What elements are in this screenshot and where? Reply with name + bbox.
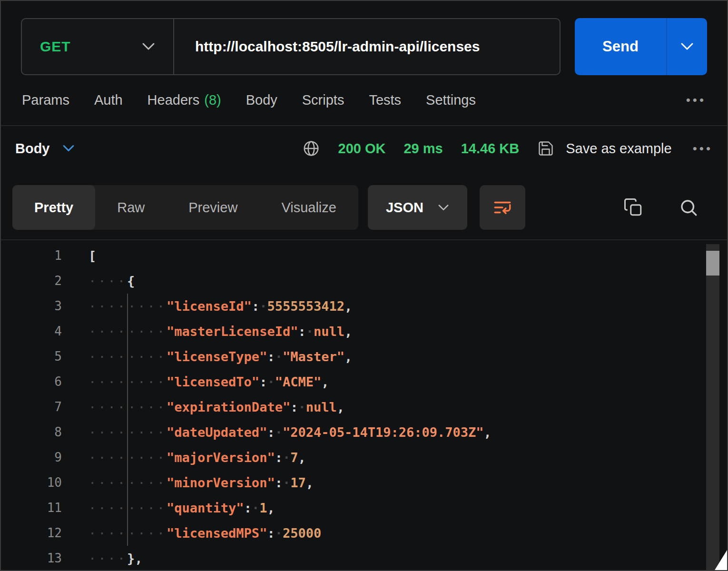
- code-line: 5········"licenseType":·"Master",: [1, 344, 727, 369]
- line-number: 5: [1, 344, 89, 369]
- line-number: 13: [1, 546, 89, 571]
- code-text: ········"licenseId":·5555553412,: [89, 294, 352, 319]
- indent-guide: ····"licenseType":·"Master",: [127, 344, 352, 369]
- tab-preview[interactable]: Preview: [167, 185, 259, 230]
- line-number: 7: [1, 394, 89, 420]
- tab-settings-label: Settings: [426, 92, 476, 108]
- text-wrap-button[interactable]: [480, 185, 525, 230]
- tab-pretty-label: Pretty: [34, 200, 73, 216]
- globe-icon[interactable]: [302, 139, 320, 158]
- tab-headers[interactable]: Headers(8): [148, 92, 221, 108]
- tab-visualize[interactable]: Visualize: [259, 185, 358, 230]
- headers-count-badge: (8): [204, 92, 221, 108]
- code-line: 9········"majorVersion":·7,: [1, 445, 727, 470]
- tab-visualize-label: Visualize: [281, 200, 336, 216]
- save-as-example-label: Save as example: [566, 141, 671, 157]
- line-number: 11: [1, 495, 89, 521]
- chevron-down-icon: [142, 42, 155, 51]
- code-line: 6········"licensedTo":·"ACME",: [1, 369, 727, 394]
- tab-settings[interactable]: Settings: [426, 92, 476, 108]
- response-stats: 200 OK 29 ms 14.46 KB Save as example ••…: [302, 139, 713, 158]
- send-options-button[interactable]: [666, 18, 707, 75]
- more-options-icon[interactable]: •••: [693, 141, 713, 156]
- chevron-down-icon: [680, 42, 694, 51]
- search-icon[interactable]: [679, 197, 698, 217]
- send-button-group: Send: [575, 18, 707, 75]
- code-line: 3········"licenseId":·5555553412,: [1, 294, 727, 319]
- api-client-window: GET Send Params Auth Headers(8) Body Scr…: [0, 0, 728, 571]
- scrollbar-thumb[interactable]: [706, 251, 719, 276]
- code-text: ········"licensedMPS":·25000: [89, 521, 321, 546]
- code-text: ········"expirationDate":·null,: [89, 394, 344, 420]
- line-number: 2: [1, 268, 89, 294]
- line-number: 1: [1, 243, 89, 268]
- tab-scripts[interactable]: Scripts: [302, 92, 344, 108]
- more-options-icon[interactable]: •••: [686, 93, 706, 108]
- tab-headers-label: Headers: [148, 92, 200, 108]
- code-line: 10········"minorVersion":·17,: [1, 470, 727, 495]
- method-label: GET: [40, 39, 71, 55]
- code-text: ········"majorVersion":·7,: [89, 445, 306, 470]
- tab-auth[interactable]: Auth: [94, 92, 123, 108]
- code-text: ········"minorVersion":·17,: [89, 470, 314, 495]
- request-bar: GET Send: [1, 1, 727, 75]
- format-select[interactable]: JSON: [368, 185, 467, 230]
- tab-scripts-label: Scripts: [302, 92, 344, 108]
- tab-tests-label: Tests: [369, 92, 401, 108]
- indent-guide: ····"expirationDate":·null,: [127, 394, 344, 420]
- code-line: 8········"dateUpdated":·"2024-05-14T19:2…: [1, 420, 727, 445]
- line-number: 9: [1, 445, 89, 470]
- url-input[interactable]: [174, 19, 560, 74]
- copy-icon[interactable]: [623, 197, 643, 217]
- save-as-example-button[interactable]: Save as example: [537, 140, 671, 157]
- indent-guide: ····"licensedTo":·"ACME",: [127, 369, 329, 394]
- indent-guide: ····"dateUpdated":·"2024-05-14T19:26:09.…: [127, 420, 492, 445]
- code-text: ········"masterLicenseId":·null,: [89, 319, 352, 344]
- response-section-label: Body: [15, 141, 50, 157]
- line-number: 6: [1, 369, 89, 394]
- code-block[interactable]: 1[2····{3········"licenseId":·5555553412…: [1, 243, 727, 571]
- indent-guide: ····"licensedMPS":·25000: [127, 521, 321, 546]
- tab-params[interactable]: Params: [22, 92, 69, 108]
- code-text: ········"dateUpdated":·"2024-05-14T19:26…: [89, 420, 492, 445]
- text-wrap-icon: [491, 197, 514, 217]
- chevron-down-icon: [62, 145, 75, 152]
- response-time[interactable]: 29 ms: [403, 141, 443, 157]
- status-badge[interactable]: 200 OK: [338, 141, 386, 157]
- url-box: GET: [21, 18, 561, 75]
- line-number: 10: [1, 470, 89, 495]
- response-size[interactable]: 14.46 KB: [461, 141, 520, 157]
- line-number: 12: [1, 521, 89, 546]
- line-number: 8: [1, 420, 89, 445]
- scrollbar[interactable]: [706, 244, 719, 571]
- tab-pretty[interactable]: Pretty: [12, 185, 95, 230]
- code-text: ········"quantity":·1,: [89, 495, 275, 521]
- tab-body-label: Body: [246, 92, 277, 108]
- code-line: 13····},: [1, 546, 727, 571]
- indent-guide: ····"licenseId":·5555553412,: [127, 294, 352, 319]
- code-line: 1[: [1, 243, 727, 268]
- code-line: 12········"licensedMPS":·25000: [1, 521, 727, 546]
- response-view-tabs: Pretty Raw Preview Visualize: [12, 185, 358, 230]
- code-text: ········"licenseType":·"Master",: [89, 344, 352, 369]
- response-body-select[interactable]: Body: [15, 141, 75, 157]
- tab-tests[interactable]: Tests: [369, 92, 401, 108]
- response-view-bar: Pretty Raw Preview Visualize JSON: [1, 185, 727, 230]
- send-button[interactable]: Send: [575, 18, 666, 75]
- code-text: ········"licensedTo":·"ACME",: [89, 369, 329, 394]
- tab-body[interactable]: Body: [246, 92, 277, 108]
- indent-guide: ····"majorVersion":·7,: [127, 445, 306, 470]
- code-text: [: [89, 243, 96, 268]
- method-select[interactable]: GET: [22, 19, 173, 74]
- line-number: 3: [1, 294, 89, 319]
- code-text: ····{: [89, 268, 135, 294]
- code-line: 7········"expirationDate":·null,: [1, 394, 727, 420]
- format-select-value: JSON: [386, 200, 423, 216]
- indent-guide: ····"masterLicenseId":·null,: [127, 319, 352, 344]
- code-line: 4········"masterLicenseId":·null,: [1, 319, 727, 344]
- tab-raw-label: Raw: [117, 200, 145, 216]
- tab-auth-label: Auth: [94, 92, 123, 108]
- tab-raw[interactable]: Raw: [95, 185, 167, 230]
- request-tabs: Params Auth Headers(8) Body Scripts Test…: [1, 75, 727, 125]
- tab-params-label: Params: [22, 92, 69, 108]
